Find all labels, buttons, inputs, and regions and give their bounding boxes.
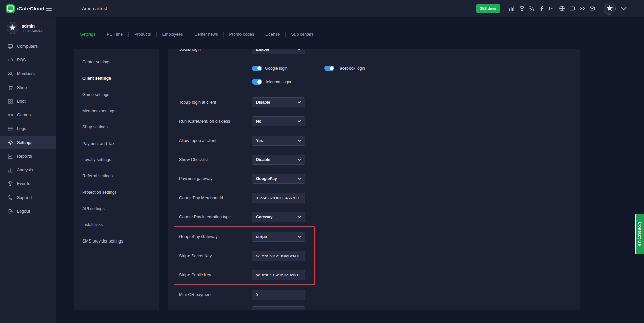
form-row-clipped [168, 302, 580, 310]
card-icon[interactable] [569, 6, 575, 12]
sidebar-item-support[interactable]: Support [0, 191, 56, 204]
eye-icon[interactable] [579, 6, 585, 12]
subnav-label: Client settings [82, 76, 111, 81]
user-avatar[interactable] [604, 3, 616, 15]
contact-us-button[interactable]: Contact us [635, 214, 644, 254]
mini-qr-payment-input[interactable] [252, 290, 305, 300]
sidebar-item-logs[interactable]: Logs [0, 122, 56, 136]
logs-icon [8, 126, 13, 131]
sidebar-item-members[interactable]: Members [0, 67, 56, 80]
sidebar-user[interactable]: admin 005193482475 [0, 17, 56, 38]
subnav-label: API settings [82, 206, 105, 211]
sidebar-item-pos[interactable]: POS [0, 53, 56, 67]
icafemenu-diskless-select[interactable]: No [252, 116, 305, 126]
monitor-icon [8, 44, 13, 49]
mail-icon[interactable] [589, 6, 595, 12]
clipped-input[interactable] [252, 306, 305, 310]
sidebar-item-shop[interactable]: Shop [0, 80, 56, 94]
globe-icon[interactable] [559, 6, 565, 12]
support-icon [8, 195, 13, 200]
gpay-gateway-select[interactable]: stripe [252, 232, 305, 242]
subnav-label: Protection settings [82, 190, 117, 195]
payment-gateway-select[interactable]: GooglePay [252, 174, 305, 184]
youtube-icon[interactable] [549, 6, 555, 12]
sidebar-item-settings[interactable]: Settings [0, 136, 56, 149]
form-row: Allow topup at client Yes [168, 131, 580, 150]
form-row: Topup login at client Disable [168, 93, 580, 112]
main-content: Settings PC Time Products Employees Cent… [56, 17, 644, 323]
sidebar-item-label: Logout [17, 209, 30, 214]
subnav-center-settings[interactable]: Center settings [74, 54, 159, 70]
logout-icon [8, 209, 13, 214]
sidebar-item-games[interactable]: Games [0, 108, 56, 122]
merchant-id-input[interactable] [252, 193, 305, 203]
chevron-down-icon [298, 49, 301, 50]
stripe-public-key-input[interactable] [252, 270, 305, 280]
sidebar-item-label: Boot [17, 99, 26, 104]
tab-license[interactable]: License [260, 29, 285, 40]
stats-icon[interactable] [508, 6, 515, 12]
topbar-left: iCafeCloud [0, 4, 56, 13]
google-login-toggle[interactable] [252, 66, 262, 71]
subnav-referral-settings[interactable]: Referral settings [74, 168, 159, 184]
select-value: Yes [256, 138, 263, 143]
sidebar-item-events[interactable]: Events [0, 177, 56, 191]
app-logo[interactable]: iCafeCloud [6, 4, 44, 13]
chevron-down-icon [298, 101, 301, 103]
select-value: GooglePay [256, 176, 277, 181]
subnav-payment-and-tax[interactable]: Payment and Tax [74, 136, 159, 152]
allow-topup-select[interactable]: Yes [252, 136, 305, 146]
tab-sub-centers[interactable]: Sub centers [285, 29, 319, 40]
sidebar-item-label: Shop [17, 85, 27, 90]
tab-label: Products [134, 32, 151, 37]
subnav-game-settings[interactable]: Game settings [74, 87, 159, 103]
sidebar-item-boot[interactable]: Boot [0, 94, 56, 108]
subnav-api-settings[interactable]: API settings [74, 201, 159, 217]
sidebar-item-computers[interactable]: Computers [0, 39, 56, 53]
gpay-integration-select[interactable]: Gateway [252, 212, 305, 222]
tab-settings[interactable]: Settings [74, 29, 101, 40]
google-login-toggle-group: Google login [252, 66, 287, 71]
app-logo-icon [6, 4, 15, 13]
subnav-shop-settings[interactable]: Shop settings [74, 119, 159, 136]
field-label: Stripe Public Key [179, 273, 252, 277]
subnav-label: Loyalty settings [82, 157, 111, 162]
facebook-icon[interactable] [539, 6, 545, 12]
sidebar-item-logout[interactable]: Logout [0, 204, 56, 218]
facebook-login-toggle[interactable] [324, 66, 334, 71]
sidebar-item-reports[interactable]: Reports [0, 149, 56, 163]
license-days-badge[interactable]: 282 days [476, 4, 500, 13]
trophy-icon[interactable] [519, 6, 525, 12]
field-label: Show Checklist [179, 157, 252, 162]
tab-employees[interactable]: Employees [156, 29, 189, 40]
rss-icon[interactable] [529, 6, 535, 12]
subnav-install-links[interactable]: Install links [74, 217, 159, 233]
subnav-sms-provider-settings[interactable]: SMS provider settings [74, 233, 159, 250]
sidebar-user-avatar [7, 22, 18, 34]
stripe-secret-key-input[interactable] [252, 251, 305, 261]
tab-label: PC Time [107, 32, 123, 37]
tab-pc-time[interactable]: PC Time [101, 29, 128, 40]
tab-center-news[interactable]: Center news [189, 29, 223, 40]
telegram-login-toggle[interactable] [252, 79, 262, 85]
menu-toggle-icon[interactable] [46, 7, 52, 11]
subnav-protection-settings[interactable]: Protection settings [74, 184, 159, 201]
subnav-loyalty-settings[interactable]: Loyalty settings [74, 152, 159, 168]
subnav-members-settings[interactable]: Members settings [74, 103, 159, 119]
select-value: Gateway [256, 215, 272, 219]
sidebar-item-analysis[interactable]: Analysis [0, 163, 56, 177]
tab-promo-codes[interactable]: Promo codes [223, 29, 260, 40]
chevron-down-icon [298, 216, 301, 218]
tab-label: License [265, 32, 280, 37]
social-login-select[interactable]: Enable [252, 49, 305, 54]
show-checklist-select[interactable]: Disable [252, 155, 305, 165]
topup-login-select[interactable]: Disable [252, 97, 305, 107]
sidebar-item-label: Games [17, 113, 31, 117]
topbar-actions: 282 days [476, 3, 644, 15]
subnav-client-settings[interactable]: Client settings [74, 70, 159, 87]
form-row: Run iCafeMenu on diskless No [168, 112, 580, 131]
tab-products[interactable]: Products [128, 29, 156, 40]
boot-icon [8, 99, 13, 104]
subnav-label: Referral settings [82, 174, 113, 178]
chevron-down-icon[interactable] [621, 6, 627, 12]
